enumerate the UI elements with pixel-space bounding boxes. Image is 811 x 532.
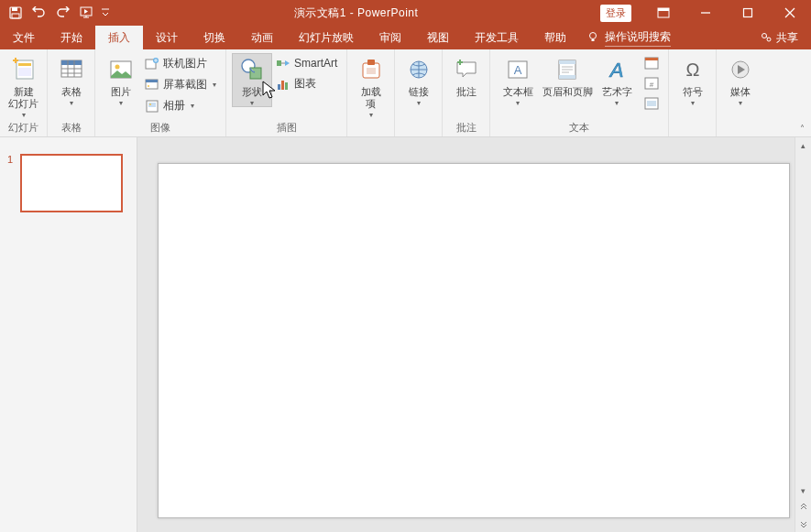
new-slide-icon <box>9 55 38 84</box>
close-button[interactable] <box>769 0 811 26</box>
media-icon <box>726 55 755 84</box>
shapes-button[interactable]: 形状 ▾ <box>232 53 272 107</box>
pictures-label: 图片 <box>111 86 131 98</box>
previous-slide-button[interactable] <box>795 499 811 516</box>
slide-thumbnail-1[interactable] <box>20 154 123 212</box>
links-button[interactable]: 链接 ▾ <box>400 53 436 107</box>
ribbon-display-options-button[interactable] <box>642 0 685 26</box>
svg-rect-7 <box>744 9 752 17</box>
header-footer-button[interactable]: 页眉和页脚 <box>540 53 595 98</box>
svg-rect-34 <box>367 60 375 65</box>
header-footer-label: 页眉和页脚 <box>542 86 593 98</box>
svg-rect-1 <box>12 7 17 11</box>
svg-rect-41 <box>559 75 575 79</box>
tab-insert[interactable]: 插入 <box>95 26 143 49</box>
group-illustrations: 形状 ▾ SmartArt 图表 插图 <box>226 49 347 136</box>
wordart-button[interactable]: A 艺术字 ▾ <box>595 53 639 107</box>
table-button[interactable]: 表格 ▾ <box>53 53 89 107</box>
group-links-label <box>395 124 442 136</box>
chart-label: 图表 <box>294 76 316 92</box>
tab-help[interactable]: 帮助 <box>532 26 579 49</box>
vertical-scrollbar[interactable]: ▴ ▾ <box>795 137 811 532</box>
addins-button[interactable]: 加载 项 ▾ <box>353 53 389 119</box>
start-from-beginning-button[interactable] <box>75 0 99 26</box>
tell-me-search[interactable]: 操作说明搜索 <box>586 26 671 49</box>
window-title: 演示文稿1 - PowerPoint <box>112 5 600 21</box>
quick-access-toolbar <box>0 0 112 26</box>
photo-album-button[interactable]: 相册 ▾ <box>141 97 220 114</box>
login-button[interactable]: 登录 <box>600 5 631 22</box>
textbox-label: 文本框 <box>503 86 533 98</box>
tab-developer[interactable]: 开发工具 <box>462 26 532 49</box>
tab-home[interactable]: 开始 <box>48 26 95 49</box>
comment-button[interactable]: 批注 <box>448 53 484 98</box>
minimize-button[interactable] <box>685 0 727 26</box>
collapse-ribbon-button[interactable]: ˄ <box>793 49 811 136</box>
symbol-label: 符号 <box>683 86 703 98</box>
slide-number-button[interactable]: # <box>641 75 663 92</box>
media-button[interactable]: 媒体 ▾ <box>722 53 759 107</box>
tab-transitions[interactable]: 切换 <box>191 26 238 49</box>
screenshot-button[interactable]: 屏幕截图 ▾ <box>141 76 220 93</box>
dropdown-arrow-icon: ▾ <box>191 102 194 110</box>
group-media-label <box>717 124 764 136</box>
dropdown-arrow-icon: ▾ <box>516 100 520 107</box>
svg-text:#: # <box>650 81 654 89</box>
date-time-button[interactable] <box>641 55 663 71</box>
redo-button[interactable] <box>51 0 75 26</box>
table-label: 表格 <box>61 86 82 98</box>
svg-point-8 <box>590 33 597 39</box>
window-controls: 登录 <box>600 0 811 26</box>
symbol-button[interactable]: Ω 符号 ▾ <box>674 53 710 107</box>
slide-canvas-area: ▴ ▾ <box>137 137 811 532</box>
symbol-icon: Ω <box>678 55 707 84</box>
slide-thumbnail-number: 1 <box>7 154 16 516</box>
save-button[interactable] <box>4 0 27 26</box>
slide-number-icon: # <box>644 76 659 91</box>
textbox-button[interactable]: A 文本框 ▾ <box>496 53 540 107</box>
svg-rect-48 <box>647 101 656 106</box>
dropdown-arrow-icon: ▾ <box>417 100 421 107</box>
svg-rect-15 <box>61 60 82 65</box>
ribbon-tabs: 文件 开始 插入 设计 切换 动画 幻灯片放映 审阅 视图 开发工具 帮助 操作… <box>0 26 811 49</box>
wordart-label: 艺术字 <box>602 86 632 98</box>
new-slide-button[interactable]: 新建 幻灯片 ▾ <box>5 53 41 119</box>
tab-design[interactable]: 设计 <box>143 26 191 49</box>
lightbulb-icon <box>586 31 599 44</box>
chart-button[interactable]: 图表 <box>272 75 341 92</box>
svg-rect-28 <box>277 60 281 66</box>
svg-rect-35 <box>367 68 376 74</box>
smartart-button[interactable]: SmartArt <box>272 55 341 71</box>
date-time-icon <box>644 56 659 71</box>
dropdown-arrow-icon: ▾ <box>250 100 254 107</box>
comment-label: 批注 <box>456 86 477 98</box>
slide-canvas[interactable] <box>158 163 790 518</box>
svg-text:A: A <box>608 59 624 81</box>
pictures-button[interactable]: 图片 ▾ <box>101 53 141 107</box>
wordart-icon: A <box>602 55 631 84</box>
tab-view[interactable]: 视图 <box>414 26 462 49</box>
share-button[interactable]: 共享 <box>747 26 811 49</box>
scroll-track[interactable] <box>795 154 811 483</box>
tab-animations[interactable]: 动画 <box>238 26 286 49</box>
object-icon <box>644 96 659 111</box>
tab-file[interactable]: 文件 <box>0 26 48 49</box>
tab-slideshow[interactable]: 幻灯片放映 <box>286 26 367 49</box>
qat-customize-button[interactable] <box>99 0 112 26</box>
online-pictures-button[interactable]: 联机图片 <box>141 55 220 72</box>
object-button[interactable] <box>641 95 663 112</box>
svg-rect-31 <box>281 81 284 90</box>
links-icon <box>404 55 433 84</box>
undo-button[interactable] <box>27 0 51 26</box>
table-icon <box>57 55 86 84</box>
media-label: 媒体 <box>730 86 751 98</box>
maximize-button[interactable] <box>727 0 769 26</box>
share-label: 共享 <box>776 30 798 46</box>
scroll-up-button[interactable]: ▴ <box>795 137 811 154</box>
group-symbols: Ω 符号 ▾ <box>669 49 717 136</box>
group-slides-label: 幻灯片 <box>0 121 47 136</box>
share-icon <box>760 31 773 44</box>
scroll-down-button[interactable]: ▾ <box>795 483 811 499</box>
tab-review[interactable]: 审阅 <box>367 26 414 49</box>
next-slide-button[interactable] <box>795 516 811 532</box>
